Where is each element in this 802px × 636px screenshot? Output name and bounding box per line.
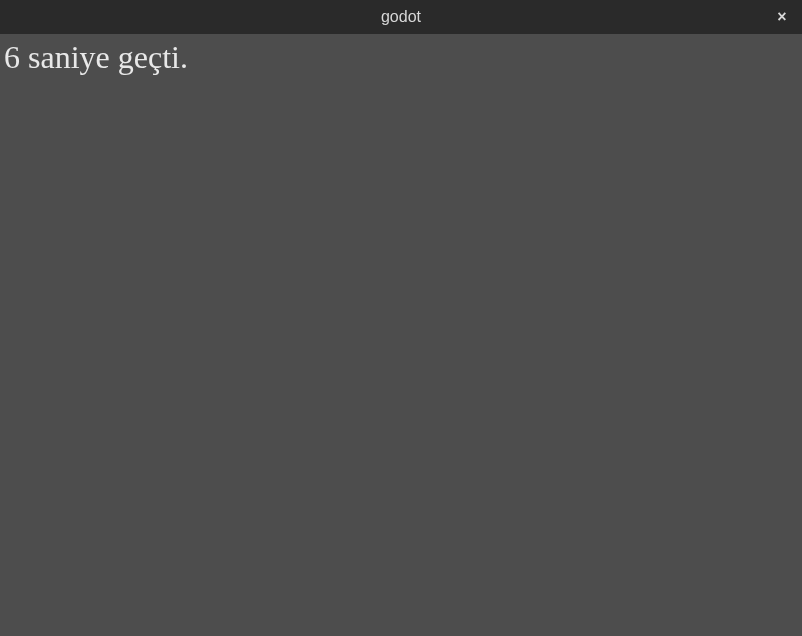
close-icon: × [777, 9, 786, 25]
window-title: godot [381, 8, 421, 26]
status-label: 6 saniye geçti. [4, 38, 798, 76]
close-button[interactable]: × [772, 7, 792, 27]
content-area: 6 saniye geçti. [0, 34, 802, 80]
titlebar: godot × [0, 0, 802, 34]
